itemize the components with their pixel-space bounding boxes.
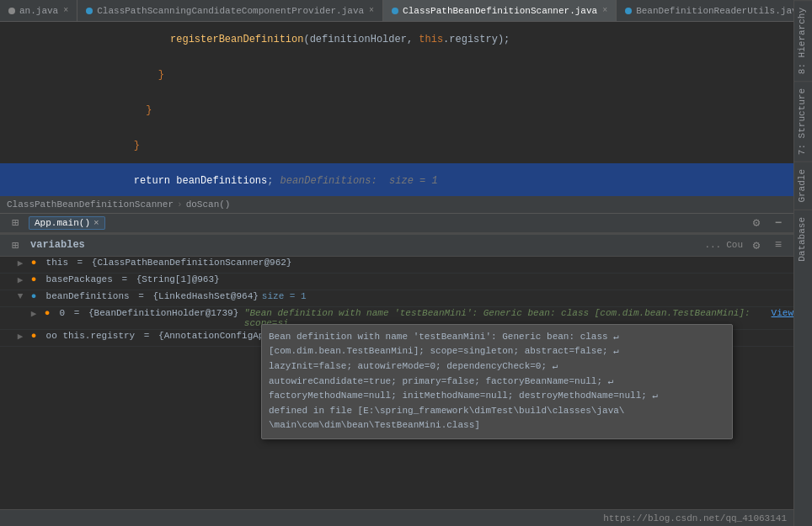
grid-icon[interactable]: ⊞ (7, 215, 24, 231)
var-expand-beandefinitions[interactable]: ▼ (13, 291, 27, 301)
var-row-beandefinitions[interactable]: ▼ ● beanDefinitions = {LinkedHashSet@964… (0, 290, 793, 307)
settings-icon[interactable] (748, 215, 765, 231)
tooltip-line-5: factoryMethodName=null; initMethodName=n… (269, 389, 725, 404)
var-equals-basepackages: = (116, 274, 133, 284)
var-view-link-0[interactable]: View (772, 308, 793, 318)
debug-panel: ⊞ variables ... Cou ⚙ ≡ ▶ ● this = {Clas… (0, 233, 793, 526)
tooltip-line-1: Bean definition with name 'testBeanMini'… (269, 330, 725, 345)
frame-tab-label: App.main() (35, 218, 90, 228)
panel-grid-icon[interactable]: ⊞ (7, 236, 24, 253)
panel-count-label: Cou (726, 240, 743, 250)
var-value-0: {BeanDefinitionHolder@1739} (88, 308, 244, 318)
panel-settings-icon[interactable]: ⚙ (748, 236, 765, 253)
var-expand-registry[interactable]: ▶ (13, 331, 27, 342)
tab-classpathbean-close[interactable]: × (602, 6, 607, 15)
var-icon-0: ● (40, 308, 54, 318)
var-expand-0[interactable]: ▶ (27, 308, 40, 319)
app-main-frame-tab[interactable]: App.main() × (29, 216, 105, 230)
tab-bar: an.java × ClassPathScanningCandidateComp… (0, 0, 793, 22)
line-content-3: } (45, 93, 793, 128)
tab-an-java-label: an.java (19, 6, 58, 16)
frame-tab-close[interactable]: × (93, 218, 99, 228)
var-name-basepackages: basePackages (40, 274, 113, 284)
context-bar-right (748, 215, 787, 231)
var-equals-registry: = (138, 331, 155, 341)
var-size-beandefinitions: size = 1 (262, 291, 307, 301)
line-content-1: registerBeanDefinition(definitionHolder,… (45, 22, 793, 57)
var-expand-this[interactable]: ▶ (13, 258, 27, 268)
tab-classpathbean-label: ClassPathBeanDefinitionScanner.java (403, 6, 597, 16)
var-icon-beandefinitions: ● (27, 291, 40, 301)
line-content-2: } (45, 57, 793, 93)
var-value-beandefinitions: {LinkedHashSet@964} (152, 291, 258, 301)
code-line-2: } (0, 57, 793, 93)
panel-header-right: ... Cou ⚙ ≡ (704, 236, 787, 253)
line-content-5: return beanDefinitions;beanDefinitions: … (45, 163, 793, 196)
panel-right-label: ... (704, 240, 721, 250)
tab-beandefinitionreader-label: BeanDefinitionReaderUtils.java (636, 6, 793, 16)
sidebar-tab-gradle[interactable]: Gradle (794, 162, 812, 210)
tooltip-line-7: \main\com\dim\bean\TestBeanMini.class] (269, 418, 725, 433)
var-expand-basepackages[interactable]: ▶ (13, 274, 27, 285)
tooltip-line-6: defined in file [E:\spring_framework\dim… (269, 404, 725, 419)
var-icon-basepackages: ● (27, 274, 40, 284)
variables-list: ▶ ● this = {ClassPathBeanDefinitionScann… (0, 257, 793, 521)
tooltip-popup: Bean definition with name 'testBeanMini'… (261, 324, 733, 439)
code-line-3: } (0, 93, 793, 128)
tab-classpathbean[interactable]: ClassPathBeanDefinitionScanner.java × (383, 0, 617, 21)
var-name-beandefinitions: beanDefinitions (40, 291, 130, 301)
status-bar: https://blog.csdn.net/qq_41063141 (0, 509, 793, 526)
var-icon-registry: ● (27, 331, 40, 341)
var-icon-this: ● (27, 258, 40, 268)
var-name-this: this (40, 258, 68, 268)
panel-header-left: ⊞ variables (7, 236, 85, 253)
var-equals-this: = (72, 258, 88, 268)
code-line-5: return beanDefinitions;beanDefinitions: … (0, 163, 793, 196)
status-url: https://blog.csdn.net/qq_41063141 (603, 513, 787, 523)
breadcrumb-sep1: › (177, 199, 183, 210)
main-content: an.java × ClassPathScanningCandidateComp… (0, 0, 793, 526)
tooltip-line-2: [com.dim.bean.TestBeanMini]; scope=singl… (269, 344, 725, 359)
minimize-icon[interactable] (770, 215, 787, 231)
var-equals-beandefinitions: = (133, 291, 150, 301)
var-row-basepackages[interactable]: ▶ ● basePackages = {String[1]@963} (0, 274, 793, 290)
breadcrumb-method[interactable]: doScan() (186, 199, 231, 210)
tab-an-java-close[interactable]: × (63, 6, 68, 15)
context-bar: ⊞ App.main() × (0, 214, 793, 233)
sidebar-tab-structure[interactable]: 7: Structure (794, 81, 812, 162)
sidebar-tab-database[interactable]: Database (794, 210, 812, 268)
panel-columns-icon[interactable]: ≡ (770, 236, 787, 253)
line-content-4: } (45, 128, 793, 163)
breadcrumb-bar: ClassPathBeanDefinitionScanner › doScan(… (0, 196, 793, 214)
var-equals-0: = (68, 308, 85, 318)
code-line-4: } (0, 128, 793, 163)
panel-header: ⊞ variables ... Cou ⚙ ≡ (0, 235, 793, 257)
panel-title: variables (30, 239, 85, 251)
tooltip-line-4: autowireCandidate=true; primary=false; f… (269, 375, 725, 390)
tab-classpathscanning-close[interactable]: × (369, 6, 374, 15)
var-value-basepackages: {String[1]@963} (136, 274, 220, 284)
context-bar-left: ⊞ App.main() × (7, 215, 105, 231)
var-name-0: 0 (54, 308, 65, 318)
var-row-this[interactable]: ▶ ● this = {ClassPathBeanDefinitionScann… (0, 257, 793, 274)
tooltip-line-3: lazyInit=false; autowireMode=0; dependen… (269, 359, 725, 375)
tab-classpathscanning-label: ClassPathScanningCandidateComponentProvi… (97, 6, 364, 16)
var-name-registry: oo this.registry (40, 331, 135, 341)
sidebar-tab-hierarchy[interactable]: 8: Hierarchy (794, 0, 812, 81)
right-sidebar: 8: Hierarchy 7: Structure Gradle Databas… (793, 0, 812, 526)
tab-beandefinitionreader[interactable]: BeanDefinitionReaderUtils.java × (617, 0, 793, 21)
code-line-1: registerBeanDefinition(definitionHolder,… (0, 22, 793, 57)
tab-an-java[interactable]: an.java × (0, 0, 77, 21)
breadcrumb-class[interactable]: ClassPathBeanDefinitionScanner (7, 199, 174, 210)
code-area: registerBeanDefinition(definitionHolder,… (0, 22, 793, 196)
var-value-this: {ClassPathBeanDefinitionScanner@962} (92, 258, 292, 268)
tab-classpathscanning[interactable]: ClassPathScanningCandidateComponentProvi… (77, 0, 383, 21)
